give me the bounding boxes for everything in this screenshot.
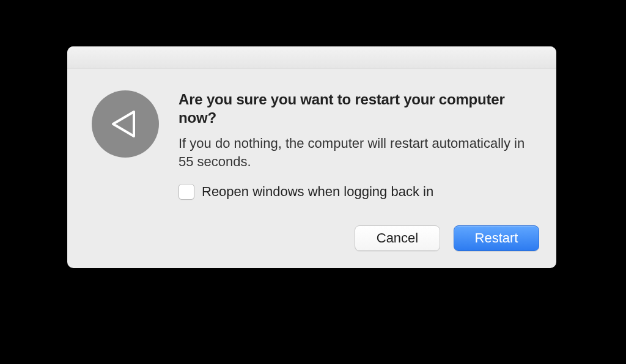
screen: Are you sure you want to restart your co… bbox=[0, 0, 626, 364]
svg-marker-0 bbox=[113, 112, 134, 136]
reopen-windows-label: Reopen windows when logging back in bbox=[202, 184, 433, 200]
dialog-description: If you do nothing, the computer will res… bbox=[179, 134, 532, 170]
restart-icon bbox=[92, 90, 159, 158]
reopen-windows-checkbox[interactable] bbox=[179, 184, 194, 200]
cancel-button[interactable]: Cancel bbox=[355, 225, 440, 251]
dialog-footer: Cancel Restart bbox=[67, 225, 556, 268]
dialog-titlebar bbox=[67, 46, 556, 68]
restart-confirm-dialog: Are you sure you want to restart your co… bbox=[67, 46, 556, 268]
dialog-content: Are you sure you want to restart your co… bbox=[67, 68, 556, 225]
restart-button[interactable]: Restart bbox=[454, 225, 539, 251]
restart-triangle-icon bbox=[107, 106, 144, 142]
reopen-windows-option[interactable]: Reopen windows when logging back in bbox=[179, 184, 532, 200]
dialog-icon-container bbox=[92, 90, 159, 158]
dialog-heading: Are you sure you want to restart your co… bbox=[179, 90, 532, 127]
dialog-body: Are you sure you want to restart your co… bbox=[179, 90, 532, 214]
